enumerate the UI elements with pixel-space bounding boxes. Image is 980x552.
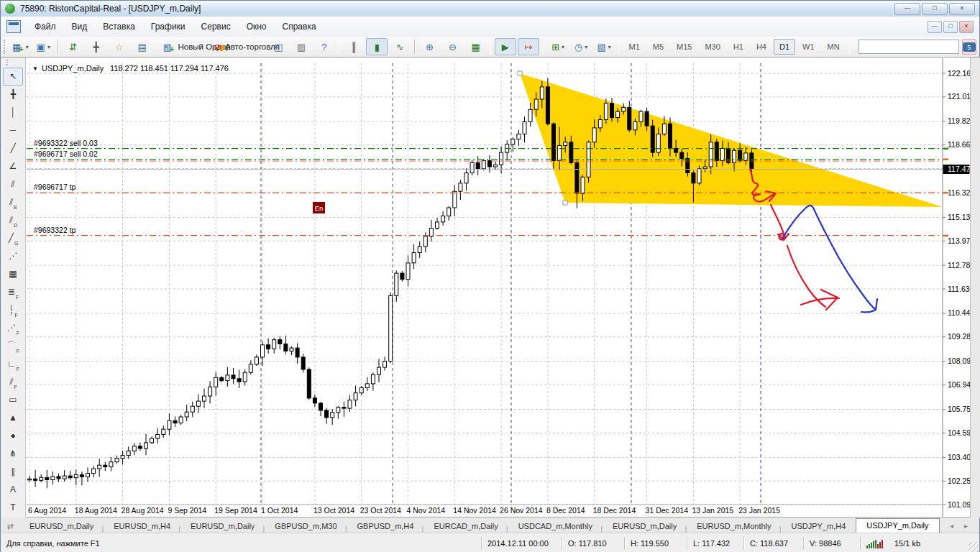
- terminal-button[interactable]: ▤: [132, 38, 153, 55]
- minimize-button[interactable]: —: [894, 3, 920, 15]
- chart-tab-GBPUSD-m-H4[interactable]: GBPUSD_m,H4|: [347, 520, 424, 533]
- timeframe-h1-button[interactable]: H1: [728, 39, 749, 55]
- bars-mode-button[interactable]: ║: [343, 38, 365, 55]
- autotrading-button[interactable]: ⊘Авто-торговля: [234, 38, 260, 55]
- fullscreen-button[interactable]: ◱: [267, 38, 289, 55]
- chart-tab-USDJPY-m-H4[interactable]: USDJPY_m,H4: [782, 520, 856, 533]
- indicators-button[interactable]: ⊞▾: [547, 38, 569, 55]
- menu-Вид[interactable]: Вид: [64, 19, 96, 34]
- object-handle[interactable]: [518, 71, 522, 75]
- menu-Файл[interactable]: Файл: [27, 19, 64, 34]
- fibo-channel-tool[interactable]: ⫽F: [3, 373, 23, 391]
- regression-channel-tool[interactable]: ⫽: [3, 175, 23, 193]
- timeframe-m1-button[interactable]: M1: [623, 39, 645, 55]
- maximize-button[interactable]: □: [922, 3, 948, 15]
- cursor-tool[interactable]: ↖: [3, 68, 23, 86]
- vertical-line-tool[interactable]: │: [3, 104, 23, 121]
- data-window-button[interactable]: ╋: [86, 38, 107, 55]
- fibo-arcs-tool[interactable]: ⌒F: [3, 337, 23, 355]
- profiles-button[interactable]: ▣▾: [32, 38, 54, 55]
- gann-fan-tool[interactable]: ⋰: [3, 247, 23, 265]
- print-button[interactable]: ▥: [290, 38, 312, 55]
- timeframe-m15-button[interactable]: M15: [671, 39, 697, 55]
- chart-tab-GBPUSD-m-M30[interactable]: GBPUSD_m,M30|: [265, 520, 347, 533]
- menu-Справка[interactable]: Справка: [275, 19, 324, 34]
- search-input[interactable]: [859, 42, 967, 52]
- chart-tab-EURCAD-m-Daily[interactable]: EURCAD_m,Daily|: [423, 520, 508, 533]
- toolbar-grip[interactable]: [4, 40, 6, 54]
- templates-button[interactable]: ▧▾: [593, 38, 615, 55]
- chevron-down-icon[interactable]: ▾: [26, 40, 29, 55]
- fibo-fan-tool[interactable]: ⋰F: [3, 319, 23, 337]
- timeframe-mn-button[interactable]: MN: [822, 39, 846, 55]
- object-handle[interactable]: [563, 201, 567, 205]
- plus-overlay-icon: +: [19, 42, 23, 57]
- chart-shift-button[interactable]: ↦: [518, 38, 539, 55]
- chart-tab-EURUSD-m-H4[interactable]: EURUSD_m,H4|: [104, 520, 180, 533]
- cycle-lines-tool[interactable]: ∥: [3, 463, 23, 481]
- timeframe-w1-button[interactable]: W1: [797, 39, 820, 55]
- horizontal-line-tool[interactable]: ─: [3, 121, 23, 139]
- triangle-tool[interactable]: ▲: [3, 409, 23, 427]
- stddev-channel-tool[interactable]: ⫽D: [3, 211, 23, 229]
- equidistant-channel-tool[interactable]: ⫽E: [3, 193, 23, 211]
- periods-button[interactable]: ◷▾: [570, 38, 592, 55]
- fibo-timezones-tool[interactable]: ┆F: [3, 301, 23, 319]
- market-watch-button[interactable]: ⇵: [63, 38, 84, 55]
- expert-badge[interactable]: En: [313, 202, 325, 213]
- tabs-menu-icon[interactable]: ⇄: [1, 519, 19, 533]
- text-tool[interactable]: A: [3, 481, 23, 499]
- drawing-toolbar-grip[interactable]: [6, 60, 9, 65]
- help-button[interactable]: ?: [313, 38, 335, 55]
- child-restore-button[interactable]: □: [943, 21, 958, 33]
- chevron-down-icon[interactable]: ▾: [585, 40, 587, 55]
- tile-windows-button[interactable]: ▦: [465, 38, 487, 55]
- ellipse-tool[interactable]: ●: [3, 427, 23, 445]
- menu-Графики[interactable]: Графики: [143, 19, 193, 34]
- trendline-tool[interactable]: ╱: [3, 139, 23, 157]
- chart-tab-EURUSD-m-Daily[interactable]: EURUSD_m,Daily|: [19, 520, 104, 533]
- timeframe-d1-button[interactable]: D1: [774, 39, 795, 55]
- child-minimize-button[interactable]: —: [928, 21, 942, 33]
- chart-tab-USDJPY-m-Daily[interactable]: USDJPY_m,Daily: [856, 518, 939, 533]
- close-button[interactable]: ×: [949, 3, 975, 15]
- chevron-down-icon[interactable]: ▾: [608, 40, 611, 55]
- autotrading-icon: ⊘: [214, 40, 221, 55]
- fibo-expansion-tool[interactable]: ∟F: [3, 355, 23, 373]
- menu-Окно[interactable]: Окно: [239, 19, 275, 34]
- autoscroll-button[interactable]: ▶: [495, 38, 516, 55]
- search-box[interactable]: [858, 40, 959, 54]
- timeframe-m5-button[interactable]: M5: [647, 39, 669, 55]
- pitchfork-tool[interactable]: ⋔: [3, 445, 23, 463]
- chevron-down-icon[interactable]: ▾: [562, 40, 564, 55]
- rectangle-tool[interactable]: ▭: [3, 391, 23, 409]
- new-order-button[interactable]: ▥+Новый Ордер: [184, 38, 210, 55]
- text-label-tool[interactable]: T: [3, 499, 23, 517]
- status-high-value: H: 119.550: [625, 537, 687, 550]
- trendline-angle-tool[interactable]: ∠: [3, 157, 23, 175]
- crosshair-tool[interactable]: ╋: [3, 86, 23, 104]
- zoom-out-button[interactable]: ⊖: [442, 38, 464, 55]
- line-mode-button[interactable]: ∿: [389, 38, 411, 55]
- chart-tab-EURUSD-m-Daily[interactable]: EURUSD_m,Daily|: [180, 520, 265, 533]
- menu-Сервис[interactable]: Сервис: [193, 19, 239, 34]
- chart-tab-USDCAD-m-Monthly[interactable]: USDCAD_m,Monthly|: [508, 520, 603, 533]
- timeframe-m30-button[interactable]: M30: [699, 39, 725, 55]
- new-chart-button[interactable]: ▦+▾: [9, 38, 31, 55]
- child-close-button[interactable]: ×: [959, 21, 974, 33]
- menu-Вставка[interactable]: Вставка: [95, 19, 143, 34]
- gann-grid-tool[interactable]: ▦: [3, 265, 23, 283]
- chevron-down-icon[interactable]: ▾: [47, 40, 50, 55]
- chart-tab-EURUSD-m-Daily[interactable]: EURUSD_m,Daily|: [603, 520, 687, 533]
- chart-tab-EURUSD-m-Monthly[interactable]: EURUSD_m,Monthly|: [687, 520, 781, 533]
- price-chart[interactable]: #9693322 sell 0.03#9696717 sell 0.02#969…: [1, 58, 980, 518]
- timeframe-h4-button[interactable]: H4: [751, 39, 772, 55]
- gann-line-tool[interactable]: ╱G: [3, 229, 23, 247]
- fibo-retracement-tool[interactable]: ≣F: [3, 283, 23, 301]
- candles-mode-button[interactable]: ▮: [366, 38, 388, 55]
- tab-scroll-arrows[interactable]: ◂ ▸: [950, 519, 972, 533]
- resize-grip[interactable]: [968, 542, 979, 552]
- zoom-in-button[interactable]: ⊕: [419, 38, 441, 55]
- navigator-button[interactable]: ☆: [109, 38, 130, 55]
- notifications-button[interactable]: 5: [962, 39, 976, 55]
